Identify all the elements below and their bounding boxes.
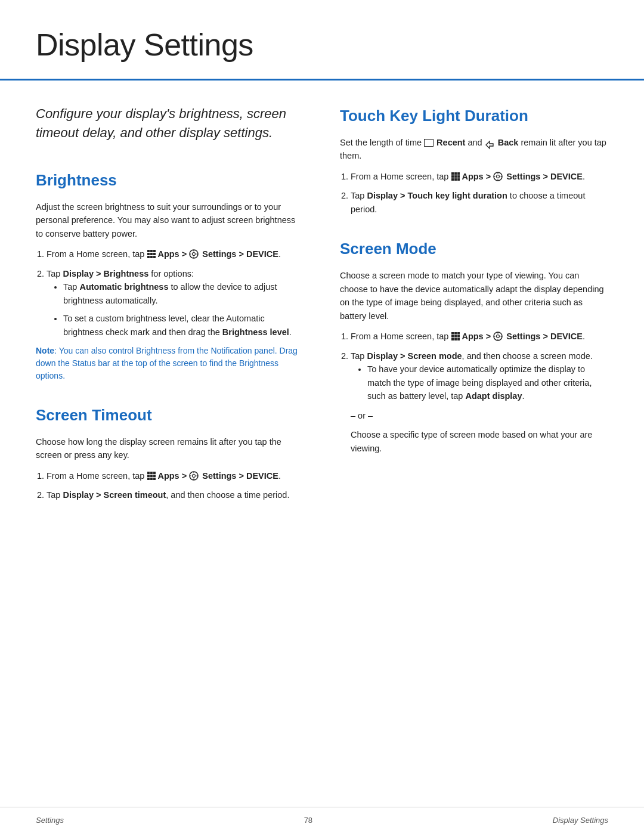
intro-text: Configure your display's brightness, scr… <box>36 104 304 143</box>
brightness-section-title: Brightness <box>36 169 304 192</box>
svg-rect-23 <box>153 478 156 480</box>
brightness-step2-bold: Display > Brightness <box>63 269 148 278</box>
screen-mode-steps: From a Home screen, tap <box>351 330 608 455</box>
touch-step1-settings: Settings > DEVICE <box>506 172 583 181</box>
svg-point-56 <box>497 335 500 338</box>
left-column: Configure your display's brightness, scr… <box>36 104 304 508</box>
brightness-step-2: Tap Display > Brightness for options: Ta… <box>47 267 304 339</box>
svg-rect-51 <box>457 335 460 337</box>
svg-rect-15 <box>147 472 150 474</box>
screen-mode-step-2: Tap Display > Screen mode, and then choo… <box>351 349 608 455</box>
adapt-display-bold: Adapt display <box>465 391 522 401</box>
svg-point-25 <box>193 475 196 478</box>
screen-mode-step2-bold: Display > Screen mode <box>367 351 462 361</box>
screen-mode-step1-apps: Apps > <box>462 332 491 341</box>
screen-mode-step1-settings: Settings > DEVICE <box>506 332 583 341</box>
svg-rect-36 <box>457 175 460 178</box>
page-title: Display Settings <box>36 21 608 68</box>
touch-key-step-1: From a Home screen, tap <box>351 170 608 183</box>
screen-timeout-step-2: Tap Display > Screen timeout, and then c… <box>47 488 304 501</box>
screen-timeout-steps: From a Home screen, tap <box>47 469 304 502</box>
or-separator: – or – <box>351 409 608 422</box>
svg-rect-49 <box>451 335 454 337</box>
svg-rect-37 <box>451 178 454 181</box>
footer-center: 78 <box>304 815 312 826</box>
settings-icon-1 <box>189 249 199 259</box>
footer-right: Display Settings <box>553 815 608 826</box>
svg-rect-2 <box>153 250 156 252</box>
screen-timeout-step-1: From a Home screen, tap <box>47 469 304 482</box>
brightness-steps: From a Home screen, tap <box>47 247 304 339</box>
touch-key-light-body: Set the length of time Recent and Back r… <box>340 136 608 163</box>
svg-rect-3 <box>147 253 150 255</box>
svg-rect-39 <box>457 178 460 181</box>
brightness-step1-apps: Apps > <box>157 249 187 259</box>
right-column: Touch Key Light Duration Set the length … <box>340 104 608 508</box>
svg-rect-54 <box>457 338 460 340</box>
svg-point-10 <box>193 253 196 256</box>
touch-key-step-2: Tap Display > Touch key light duration t… <box>351 189 608 216</box>
svg-rect-7 <box>150 256 153 258</box>
screen-mode-bullets: To have your device automatically optimi… <box>367 363 608 402</box>
svg-rect-5 <box>153 253 156 255</box>
apps-icon <box>147 249 156 259</box>
svg-rect-16 <box>150 472 153 474</box>
svg-rect-6 <box>147 256 150 258</box>
brightness-bullet-1: Tap Automatic brightness to allow the de… <box>63 280 304 307</box>
settings-icon-4 <box>493 332 503 341</box>
note-label: Note <box>36 346 54 355</box>
auto-brightness-bold: Automatic brightness <box>79 282 168 292</box>
touch-key-steps: From a Home screen, tap <box>351 170 608 216</box>
svg-rect-4 <box>150 253 153 255</box>
svg-rect-22 <box>150 478 153 480</box>
brightness-bullet-2: To set a custom brightness level, clear … <box>63 312 304 339</box>
screen-mode-section-title: Screen Mode <box>340 237 608 261</box>
apps-icon-3 <box>451 172 460 181</box>
apps-icon-4 <box>451 332 460 341</box>
svg-rect-17 <box>153 472 156 474</box>
page-header: Display Settings <box>0 0 644 80</box>
back-icon <box>485 138 494 147</box>
svg-rect-53 <box>454 338 457 340</box>
brightness-bullets: Tap Automatic brightness to allow the de… <box>63 280 304 339</box>
svg-rect-35 <box>454 175 457 178</box>
recent-icon <box>424 139 434 147</box>
settings-icon-2 <box>189 471 199 481</box>
svg-rect-34 <box>451 175 454 178</box>
screen-timeout-section-title: Screen Timeout <box>36 404 304 427</box>
brightness-level-bold: Brightness level <box>222 327 289 337</box>
brightness-note: Note: You can also control Brightness fr… <box>36 345 304 382</box>
svg-rect-31 <box>451 172 454 175</box>
svg-marker-30 <box>486 141 493 148</box>
settings-icon-3 <box>493 172 503 181</box>
apps-icon-2 <box>147 471 156 481</box>
svg-rect-0 <box>147 250 150 252</box>
brightness-step-1: From a Home screen, tap <box>47 247 304 261</box>
brightness-body: Adjust the screen brightness to suit you… <box>36 200 304 240</box>
back-label: Back <box>498 138 519 147</box>
svg-rect-50 <box>454 335 457 337</box>
timeout-step2-bold: Display > Screen timeout <box>63 490 166 500</box>
content-area: Configure your display's brightness, scr… <box>0 80 644 508</box>
page-container: Display Settings Configure your display'… <box>0 0 644 833</box>
touch-step1-apps: Apps > <box>462 172 491 181</box>
touch-step2-bold: Display > Touch key light duration <box>367 191 507 200</box>
svg-point-41 <box>497 175 500 178</box>
svg-rect-33 <box>457 172 460 175</box>
screen-timeout-body: Choose how long the display screen remai… <box>36 435 304 462</box>
screen-mode-body: Choose a screen mode to match your type … <box>340 269 608 323</box>
svg-rect-21 <box>147 478 150 480</box>
page-footer: Settings 78 Display Settings <box>0 807 644 834</box>
recent-label: Recent <box>436 138 465 147</box>
footer-left: Settings <box>36 815 64 826</box>
timeout-step1-settings: Settings > DEVICE <box>202 471 278 481</box>
svg-rect-46 <box>451 332 454 335</box>
timeout-step1-apps: Apps > <box>157 471 187 481</box>
svg-rect-19 <box>150 475 153 477</box>
svg-rect-8 <box>153 256 156 258</box>
svg-rect-48 <box>457 332 460 335</box>
screen-mode-bullet-1: To have your device automatically optimi… <box>367 363 608 402</box>
after-or-text: Choose a specific type of screen mode ba… <box>351 428 608 455</box>
touch-key-light-section-title: Touch Key Light Duration <box>340 104 608 128</box>
brightness-step1-settings: Settings > DEVICE <box>202 249 278 259</box>
